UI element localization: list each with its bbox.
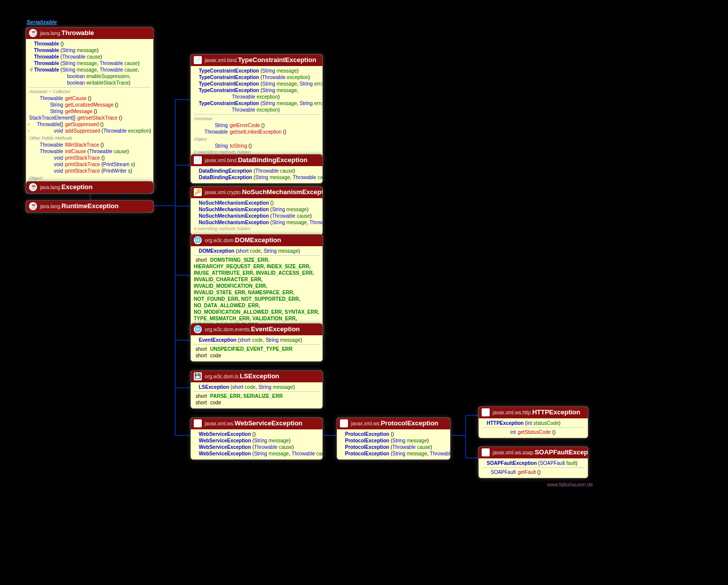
class-webserviceexception: javax.xml.ws.WebServiceException WebServ… <box>190 417 323 460</box>
java-icon <box>29 29 37 37</box>
class-body: WebServiceException ()WebServiceExceptio… <box>191 429 322 459</box>
class-body: NoSuchMechanismException ()NoSuchMechani… <box>191 198 322 235</box>
disk-icon <box>194 372 202 380</box>
watermark: www.falkshausen.de <box>547 482 593 487</box>
globe-icon <box>194 236 202 244</box>
java-icon <box>29 183 37 191</box>
class-domexception: org.w3c.dom.DOMException DOMException (s… <box>190 234 323 338</box>
class-body: TypeConstraintException (String message)… <box>191 66 322 158</box>
doc-icon <box>194 156 202 164</box>
class-eventexception: org.w3c.dom.events.EventException EventE… <box>190 323 323 362</box>
envelope-icon <box>482 408 490 416</box>
class-lsexception: org.w3c.dom.ls.LSException LSException (… <box>190 370 323 409</box>
class-databindingexception: javax.xml.bind.DataBindingException Data… <box>190 154 323 184</box>
class-protocolexception: javax.xml.ws.ProtocolException ProtocolE… <box>336 417 451 460</box>
class-body: HTTPException (int statusCode)intgetStat… <box>479 418 588 438</box>
interface-serializable-label: Serializable <box>27 19 57 25</box>
class-typeconstraintexception: javax.xml.bind.TypeConstraintException T… <box>190 54 323 159</box>
class-body: ProtocolException ()ProtocolException (S… <box>337 429 450 459</box>
envelope-icon <box>340 419 348 427</box>
class-exception: java.lang.Exception <box>26 181 154 194</box>
java-icon <box>29 202 37 210</box>
class-throwable-body: Throwable ()Throwable (String message)Th… <box>26 39 153 191</box>
class-body: LSException (short code, String message)… <box>191 382 322 408</box>
class-throwable: java.lang.Throwable Throwable ()Throwabl… <box>26 27 154 191</box>
class-soapfaultexception: javax.xml.ws.soap.SOAPFaultException SOA… <box>478 446 588 478</box>
class-httpexception: javax.xml.ws.http.HTTPException HTTPExce… <box>478 406 588 438</box>
key-icon <box>194 188 202 196</box>
class-body: DataBindingException (Throwable cause)Da… <box>191 166 322 183</box>
class-body: SOAPFaultException (SOAPFault fault)SOAP… <box>479 458 588 478</box>
class-runtimeexception: java.lang.RuntimeException <box>26 200 154 213</box>
class-throwable-header: java.lang.Throwable <box>26 28 153 39</box>
class-body: EventException (short code, String messa… <box>191 335 322 361</box>
envelope-icon <box>194 419 202 427</box>
envelope-icon <box>482 448 490 456</box>
globe-icon <box>194 325 202 333</box>
doc-icon <box>194 56 202 64</box>
class-nosuchmechanismexception: javax.xml.crypto.NoSuchMechanismExceptio… <box>190 186 323 235</box>
